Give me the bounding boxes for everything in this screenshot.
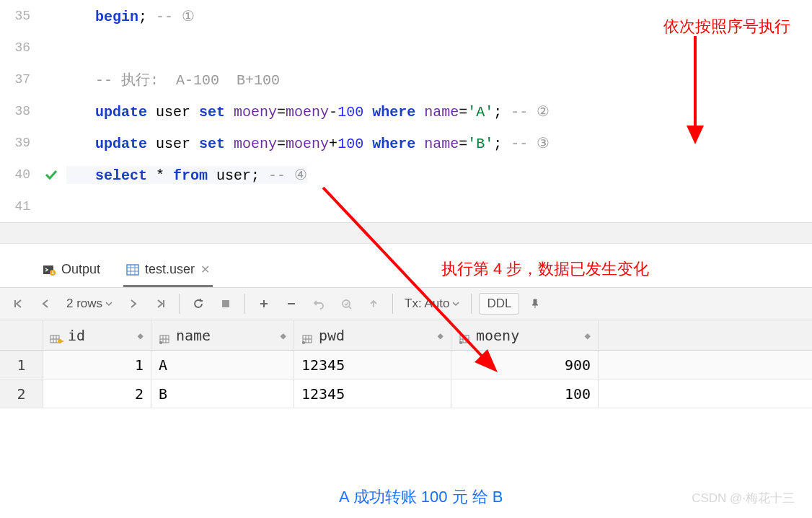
svg-point-8 bbox=[343, 300, 350, 307]
svg-point-24 bbox=[302, 341, 305, 344]
code-content[interactable]: -- 执行: A-100 B+100 bbox=[66, 70, 280, 89]
row-number: 2 bbox=[0, 379, 43, 408]
prev-page-button[interactable] bbox=[35, 292, 58, 315]
cell-id[interactable]: 2 bbox=[43, 379, 151, 408]
column-header-pwd[interactable]: pwd◆ bbox=[294, 320, 451, 350]
cell-id[interactable]: 1 bbox=[43, 351, 151, 379]
line-number: 41 bbox=[0, 199, 36, 214]
code-line[interactable]: 40 select * from user; -- ④ bbox=[0, 159, 812, 190]
next-page-button[interactable] bbox=[121, 292, 144, 315]
line-number: 39 bbox=[0, 136, 36, 150]
code-line[interactable]: 38 update user set moeny=moeny-100 where… bbox=[0, 95, 812, 127]
pin-button[interactable] bbox=[524, 292, 547, 315]
grid-header: id◆ name◆ pwd◆ moeny◆ bbox=[0, 320, 812, 351]
column-header-name[interactable]: name◆ bbox=[151, 320, 294, 350]
tab-result[interactable]: test.user ✕ bbox=[123, 254, 213, 287]
watermark: CSDN @·梅花十三 bbox=[692, 490, 795, 506]
cell-moeny[interactable]: 100 bbox=[451, 379, 599, 408]
column-header-moeny[interactable]: moeny◆ bbox=[451, 320, 599, 350]
add-row-button[interactable] bbox=[252, 292, 275, 315]
code-line[interactable]: 37 -- 执行: A-100 B+100 bbox=[0, 63, 812, 95]
cell-name[interactable]: B bbox=[151, 379, 294, 408]
cell-moeny[interactable]: 900 bbox=[451, 351, 599, 379]
line-number: 36 bbox=[0, 40, 36, 55]
row-count-label[interactable]: 2 rows bbox=[62, 297, 117, 311]
code-line[interactable]: 36 bbox=[0, 32, 812, 63]
svg-point-29 bbox=[459, 341, 462, 344]
svg-rect-14 bbox=[61, 341, 63, 342]
sort-icon[interactable]: ◆ bbox=[585, 330, 591, 341]
column-icon bbox=[459, 330, 472, 341]
result-grid: id◆ name◆ pwd◆ moeny◆ 1 1 A 12345 900 2 … bbox=[0, 320, 812, 408]
delete-row-button[interactable] bbox=[280, 292, 303, 315]
row-number: 1 bbox=[0, 351, 43, 379]
reload-button[interactable] bbox=[187, 292, 210, 315]
tab-output[interactable]: Output bbox=[40, 254, 103, 287]
line-number: 35 bbox=[0, 9, 36, 23]
cell-name[interactable]: A bbox=[151, 351, 294, 379]
check-icon bbox=[36, 167, 66, 182]
tab-result-label: test.user bbox=[145, 262, 195, 277]
code-content[interactable]: select * from user; -- ④ bbox=[66, 166, 307, 184]
separator bbox=[0, 222, 812, 244]
key-icon bbox=[50, 330, 63, 341]
result-tabs: Output test.user ✕ bbox=[0, 254, 213, 287]
submit-button[interactable] bbox=[362, 292, 385, 315]
code-line[interactable]: 39 update user set moeny=moeny+100 where… bbox=[0, 127, 812, 159]
result-toolbar: 2 rows Tx: Auto DDL bbox=[0, 287, 812, 320]
table-row[interactable]: 2 2 B 12345 100 bbox=[0, 379, 812, 408]
code-line[interactable]: 35 begin; -- ① bbox=[0, 0, 812, 32]
tx-mode-label[interactable]: Tx: Auto bbox=[400, 297, 464, 311]
stop-button[interactable] bbox=[214, 292, 237, 315]
column-icon bbox=[301, 330, 314, 341]
last-page-button[interactable] bbox=[149, 292, 172, 315]
code-editor[interactable]: 35 begin; -- ① 36 37 -- 执行: A-100 B+100 … bbox=[0, 0, 812, 222]
cell-pwd[interactable]: 12345 bbox=[294, 351, 451, 379]
line-number: 40 bbox=[0, 167, 36, 182]
code-content[interactable]: update user set moeny=moeny-100 where na… bbox=[66, 102, 550, 120]
corner-cell bbox=[0, 320, 43, 350]
column-icon bbox=[159, 330, 172, 341]
svg-rect-7 bbox=[222, 300, 229, 307]
sort-icon[interactable]: ◆ bbox=[138, 330, 144, 341]
code-content[interactable]: update user set moeny=moeny+100 where na… bbox=[66, 134, 550, 152]
svg-point-19 bbox=[159, 341, 162, 344]
first-page-button[interactable] bbox=[7, 292, 30, 315]
annotation-bottom: A 成功转账 100 元 给 B bbox=[339, 486, 503, 508]
table-row[interactable]: 1 1 A 12345 900 bbox=[0, 351, 812, 379]
cell-pwd[interactable]: 12345 bbox=[294, 379, 451, 408]
svg-rect-2 bbox=[127, 265, 138, 275]
code-line[interactable]: 41 bbox=[0, 190, 812, 222]
sort-icon[interactable]: ◆ bbox=[438, 330, 443, 341]
ddl-button[interactable]: DDL bbox=[479, 293, 519, 315]
code-content[interactable]: begin; -- ① bbox=[66, 7, 195, 25]
output-icon bbox=[43, 263, 56, 276]
line-number: 38 bbox=[0, 104, 36, 118]
line-number: 37 bbox=[0, 72, 36, 87]
sort-icon[interactable]: ◆ bbox=[281, 330, 286, 341]
tab-output-label: Output bbox=[61, 262, 100, 277]
commit-button[interactable] bbox=[335, 292, 358, 315]
table-icon bbox=[126, 263, 139, 276]
column-header-id[interactable]: id◆ bbox=[43, 320, 151, 350]
revert-button[interactable] bbox=[307, 292, 330, 315]
close-icon[interactable]: ✕ bbox=[200, 263, 210, 276]
